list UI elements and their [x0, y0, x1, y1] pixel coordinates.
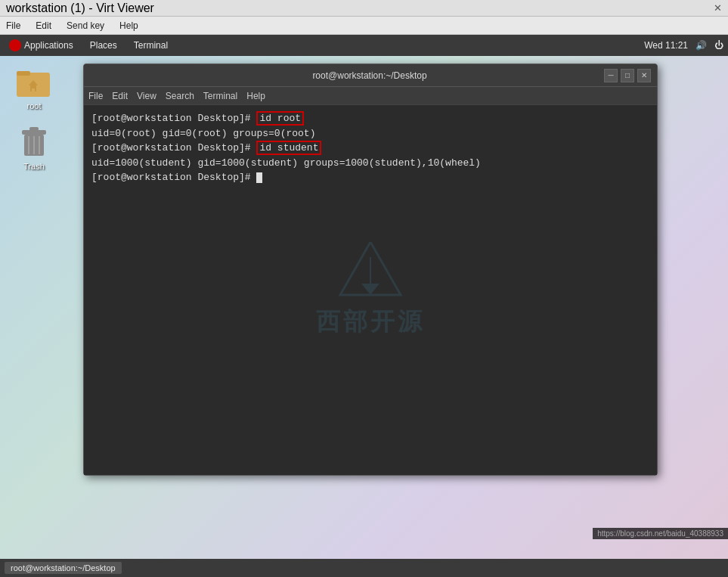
desktop: root Trash root@workstation:~/Desktop	[0, 56, 728, 559]
folder-svg	[17, 67, 51, 97]
taskbar-terminal-item[interactable]: root@workstation:~/Desktop	[5, 562, 122, 574]
terminal-line-2: uid=0(root) gid=0(root) groups=0(root)	[91, 126, 649, 141]
power-icon[interactable]: ⏻	[714, 40, 723, 51]
terminal-menu-search[interactable]: Search	[166, 91, 194, 101]
terminal-menu-terminal[interactable]: Terminal	[203, 91, 237, 101]
output-2: uid=1000(student) gid=1000(student) grou…	[91, 157, 481, 169]
terminal-content: 西部开源 [root@workstation Desktop]# id root…	[84, 105, 657, 475]
trash-svg	[20, 126, 48, 159]
trash-icon-label: Trash	[23, 162, 45, 171]
top-panel-right: Wed 11:21 🔊 ⏻	[644, 40, 723, 51]
top-panel-left: Applications Places Terminal	[5, 38, 172, 53]
terminal-minimize-button[interactable]: ─	[604, 69, 618, 82]
desktop-icon-root[interactable]: root	[8, 64, 60, 110]
folder-icon-img	[16, 64, 52, 100]
svg-marker-14	[361, 284, 379, 295]
gnome-top-panel: Applications Places Terminal Wed 11:21 🔊…	[0, 35, 728, 56]
places-menu[interactable]: Places	[85, 39, 122, 52]
terminal-window: root@workstation:~/Desktop ─ □ ✕ File Ed…	[83, 64, 658, 476]
taskbar: root@workstation:~/Desktop	[0, 559, 728, 577]
terminal-titlebar: root@workstation:~/Desktop ─ □ ✕	[84, 64, 657, 87]
cmd-1: id root	[256, 111, 304, 126]
svg-rect-7	[22, 130, 46, 135]
terminal-maximize-button[interactable]: □	[621, 69, 634, 82]
menu-sendkey[interactable]: Send key	[64, 19, 107, 33]
svg-rect-5	[32, 88, 35, 92]
menu-edit[interactable]: Edit	[33, 19, 54, 33]
terminal-line-4: uid=1000(student) gid=1000(student) grou…	[91, 156, 649, 171]
cmd-2: id student	[256, 141, 321, 155]
prompt-1: [root@workstation Desktop]#	[91, 113, 256, 124]
url-bar: https://blog.csdn.net/baidu_40388933	[593, 528, 728, 539]
terminal-menu-file[interactable]: File	[88, 91, 103, 101]
terminal-menu-edit[interactable]: Edit	[112, 91, 128, 101]
prompt-2: [root@workstation Desktop]#	[91, 142, 256, 154]
volume-icon[interactable]: 🔊	[695, 40, 707, 51]
watermark-arrow-svg	[333, 242, 408, 302]
terminal-title: root@workstation:~/Desktop	[135, 70, 604, 81]
terminal-menu[interactable]: Terminal	[129, 39, 172, 52]
terminal-cursor	[256, 172, 262, 183]
svg-marker-12	[340, 242, 401, 295]
trash-icon-img	[16, 124, 52, 160]
terminal-close-button[interactable]: ✕	[637, 69, 651, 82]
root-icon-label: root	[27, 101, 42, 110]
output-1: uid=0(root) gid=0(root) groups=0(root)	[91, 128, 315, 139]
terminal-line-3: [root@workstation Desktop]# id student	[91, 141, 649, 156]
redhat-icon	[9, 39, 21, 51]
terminal-win-controls: ─ □ ✕	[604, 69, 651, 82]
terminal-menubar: File Edit View Search Terminal Help	[84, 87, 657, 105]
virt-viewer-titlebar: workstation (1) - Virt Viewer ✕	[0, 0, 728, 17]
watermark-text: 西部开源	[316, 306, 425, 339]
desktop-icon-trash[interactable]: Trash	[8, 124, 60, 171]
svg-rect-2	[17, 71, 30, 76]
virt-viewer-close-button[interactable]: ✕	[714, 2, 722, 14]
prompt-3: [root@workstation Desktop]#	[91, 172, 256, 183]
menu-file[interactable]: File	[3, 19, 23, 33]
menu-help[interactable]: Help	[116, 19, 141, 33]
terminal-line-5: [root@workstation Desktop]#	[91, 170, 649, 185]
virt-viewer-title: workstation (1) - Virt Viewer	[6, 2, 154, 15]
terminal-menu-view[interactable]: View	[137, 91, 156, 101]
terminal-menu-help[interactable]: Help	[246, 91, 265, 101]
virt-viewer-menubar: File Edit Send key Help	[0, 17, 728, 35]
watermark: 西部开源	[316, 242, 425, 339]
datetime-label: Wed 11:21	[644, 40, 688, 51]
terminal-line-1: [root@workstation Desktop]# id root	[91, 111, 649, 126]
applications-menu[interactable]: Applications	[5, 38, 78, 53]
